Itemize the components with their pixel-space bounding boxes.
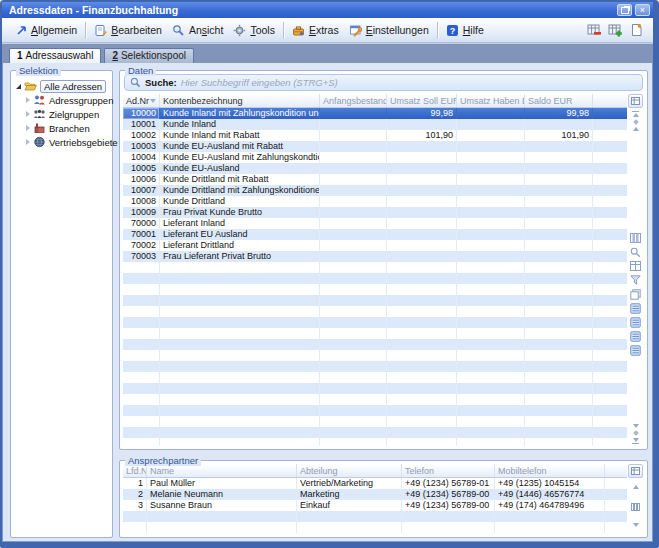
tree-collapsed-icon[interactable] [26, 97, 30, 103]
menu-ansicht[interactable]: Ansicht [167, 22, 228, 38]
cell-filler [593, 416, 627, 427]
restore-button[interactable] [617, 4, 632, 16]
scroll-marker-icon[interactable] [633, 430, 639, 436]
column-header-mobiltelefon[interactable]: Mobiltelefon [495, 464, 605, 477]
cell-filler [593, 306, 627, 317]
list-view-icon-3[interactable] [629, 330, 642, 342]
table-remove-button[interactable] [586, 23, 602, 38]
tree-item-branchen[interactable]: Branchen [26, 121, 110, 135]
new-document-button[interactable] [628, 23, 644, 38]
column-chooser-button[interactable] [628, 94, 643, 108]
table-row[interactable]: 70001Lieferant EU Ausland [123, 229, 627, 240]
search-input[interactable] [181, 77, 637, 88]
tab-bar: 1Adressauswahl 2Selektionspool [2, 43, 653, 63]
cell [402, 522, 495, 533]
empty-row [123, 405, 627, 416]
scroll-up-icon[interactable] [633, 485, 639, 489]
cell-filler [593, 218, 627, 229]
tab-selektionspool[interactable]: 2Selektionspool [104, 48, 194, 63]
scroll-down-icon[interactable] [633, 424, 639, 428]
column-header-telefon[interactable]: Telefon [402, 464, 495, 477]
cell: 2 [123, 489, 147, 500]
column-header-umsatz-haben[interactable]: Umsatz Haben EUR [457, 94, 525, 107]
list-view-icon-2[interactable] [629, 316, 642, 328]
columns-icon[interactable] [631, 497, 640, 515]
column-header-kontenbezeichnung[interactable]: Kontenbezeichnung [160, 94, 320, 107]
menu-allgemein[interactable]: Allgemein [9, 22, 82, 38]
tree-item-label: Zielgruppen [49, 109, 99, 120]
summary-icon[interactable] [629, 260, 642, 272]
table-row[interactable]: 10007Kunde Drittland mit Zahlungskonditi… [123, 185, 627, 196]
table-row[interactable]: 70003Frau Lieferant Privat Brutto [123, 251, 627, 262]
table-add-button[interactable] [607, 23, 623, 38]
list-view-icon-4[interactable] [629, 344, 642, 356]
cell [320, 427, 387, 438]
scroll-marker-icon[interactable] [633, 119, 639, 125]
menu-extras[interactable]: Extras [287, 22, 344, 38]
cell: Kunde Inland mit Rabatt [160, 130, 320, 141]
cell [525, 119, 593, 130]
search-icon [130, 74, 141, 92]
cell [123, 427, 160, 438]
search-rows-icon[interactable] [629, 246, 642, 258]
table-row[interactable]: 2Melanie NeumannMarketing+49 (1234) 5678… [123, 489, 627, 500]
table-row[interactable]: 10002Kunde Inland mit Rabatt101,90101,90 [123, 130, 627, 141]
tab-adressauswahl[interactable]: 1Adressauswahl [9, 48, 101, 63]
cell-filler [593, 152, 627, 163]
columns-icon[interactable] [629, 232, 642, 244]
tree-item-zielgruppen[interactable]: Zielgruppen [26, 107, 110, 121]
column-chooser-button[interactable] [628, 464, 643, 478]
cell: Vertrieb/Marketing [297, 478, 402, 489]
scroll-up2-icon[interactable] [633, 127, 639, 131]
cell [457, 262, 525, 273]
scroll-first-icon[interactable] [632, 111, 639, 112]
cell [387, 383, 457, 394]
table-row[interactable]: 10001Kunde Inland [123, 119, 627, 130]
table-row[interactable]: 1Paul MüllerVertrieb/Marketing+49 (1234)… [123, 478, 627, 489]
column-header-abteilung[interactable]: Abteilung [297, 464, 402, 477]
table-row[interactable]: 10008Kunde Drittland [123, 196, 627, 207]
cell [525, 218, 593, 229]
window-title: Adressdaten - Finanzbuchhaltung [9, 4, 614, 16]
table-row[interactable]: 70002Lieferant Drittland [123, 240, 627, 251]
selection-tree: Alle Adressen Adressgruppen Zielgruppen [11, 71, 112, 149]
table-row[interactable]: 10005Kunde EU-Ausland [123, 163, 627, 174]
tree-collapsed-icon[interactable] [26, 111, 30, 117]
tree-item-vertriebsgebiete[interactable]: Vertriebsgebiete [26, 135, 110, 149]
cell [387, 295, 457, 306]
tree-collapsed-icon[interactable] [26, 139, 30, 145]
table-row[interactable]: 10009Frau Privat Kunde Brutto [123, 207, 627, 218]
tree-item-alle-adressen[interactable]: Alle Adressen [16, 79, 110, 93]
gear-icon [233, 24, 246, 36]
table-row[interactable]: 10003Kunde EU-Ausland mit Rabatt [123, 141, 627, 152]
scroll-up-icon[interactable] [633, 113, 639, 117]
column-header-saldo[interactable]: Saldo EUR [525, 94, 593, 107]
column-header-umsatz-soll[interactable]: Umsatz Soll EUR [387, 94, 457, 107]
scroll-last-icon[interactable] [633, 438, 639, 442]
table-row[interactable]: 3Susanne BraunEinkauf+49 (1234) 56789-00… [123, 500, 627, 511]
list-view-icon-1[interactable] [629, 302, 642, 314]
export-icon[interactable] [629, 288, 642, 300]
close-button[interactable]: × [635, 4, 650, 16]
cell [123, 339, 160, 350]
globe-icon [33, 136, 46, 148]
cell [297, 511, 402, 522]
column-header-anfangsbestand[interactable]: Anfangsbestand EUR [320, 94, 387, 107]
table-row[interactable]: 70000Lieferant Inland [123, 218, 627, 229]
tree-collapsed-icon[interactable] [26, 125, 30, 131]
menu-bearbeiten[interactable]: Bearbeiten [89, 22, 167, 38]
tree-item-adressgruppen[interactable]: Adressgruppen [26, 93, 110, 107]
scroll-down-icon[interactable] [633, 523, 639, 527]
column-header-adnr[interactable]: Ad.Nr [123, 94, 160, 107]
menu-tools[interactable]: Tools [228, 22, 280, 38]
table-row[interactable]: 10004Kunde EU-Ausland mit Zahlungskondti… [123, 152, 627, 163]
cell-filler [605, 511, 627, 522]
cell [123, 511, 147, 522]
filter-icon[interactable] [629, 274, 642, 286]
menu-hilfe[interactable]: ? Hilfe [441, 22, 489, 38]
tree-expanded-icon[interactable] [16, 84, 21, 89]
table-row[interactable]: 10006Kunde Drittland mit Rabatt [123, 174, 627, 185]
cell [320, 394, 387, 405]
table-row[interactable]: 10000Kunde Inland mit Zahlungskondition … [123, 108, 627, 119]
menu-einstellungen[interactable]: Einstellungen [344, 22, 434, 38]
